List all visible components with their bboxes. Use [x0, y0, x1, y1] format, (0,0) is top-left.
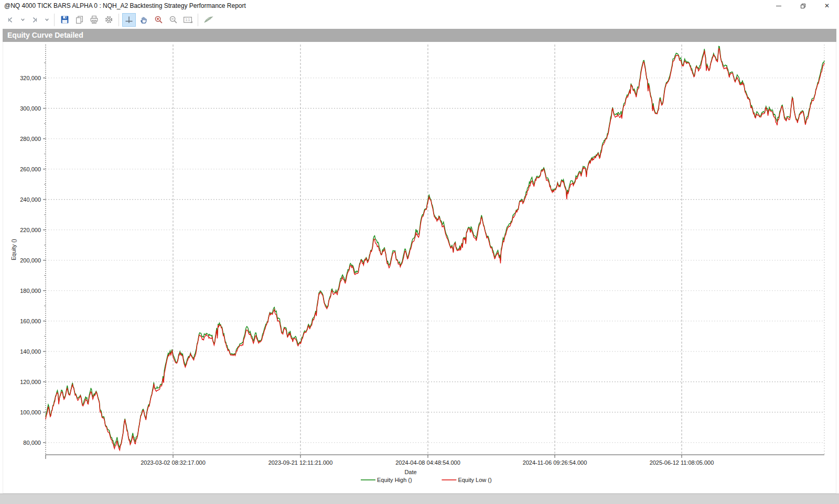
- svg-text:2025-06-12 11:08:05.000: 2025-06-12 11:08:05.000: [650, 459, 714, 466]
- svg-text:2024-11-06 09:26:54.000: 2024-11-06 09:26:54.000: [523, 459, 587, 466]
- minimize-icon: [776, 6, 781, 6]
- chevron-down-icon: [45, 17, 49, 22]
- svg-text:120,000: 120,000: [20, 379, 41, 385]
- svg-text:2023-09-21 12:11:21.000: 2023-09-21 12:11:21.000: [268, 459, 333, 466]
- nav-back-button[interactable]: [4, 13, 17, 27]
- svg-text:300,000: 300,000: [20, 105, 41, 112]
- crosshair-tool-button[interactable]: [122, 13, 136, 27]
- grid: [46, 45, 824, 455]
- arrow-left-icon: [7, 16, 14, 24]
- feather-icon: [203, 15, 213, 24]
- x-axis-title: Date: [404, 469, 416, 475]
- minimize-button[interactable]: [767, 0, 791, 12]
- save-icon: [60, 15, 69, 24]
- svg-text:Equity High (): Equity High (): [377, 477, 412, 483]
- zoom-one-to-one-button[interactable]: 1:1: [181, 13, 195, 27]
- settings-button[interactable]: [102, 13, 115, 27]
- y-axis-title: Equity (): [10, 239, 17, 260]
- nav-forward-dropdown[interactable]: [42, 13, 51, 27]
- svg-text:280,000: 280,000: [20, 136, 41, 142]
- window-title: @NQ 4000 TICK BARS ALPHA 0 : NQH_A2 Back…: [0, 2, 246, 9]
- save-button[interactable]: [58, 13, 71, 27]
- svg-text:100,000: 100,000: [20, 409, 41, 415]
- toolbar-separator: [54, 14, 55, 26]
- svg-text:2024-04-08 04:48:54.000: 2024-04-08 04:48:54.000: [395, 459, 460, 466]
- toolbar-separator: [119, 14, 119, 26]
- equity-high-series: [46, 46, 824, 447]
- equity-low-series: [46, 49, 824, 451]
- close-button[interactable]: ✕: [815, 0, 839, 12]
- arrow-right-icon: [31, 16, 38, 24]
- svg-text:140,000: 140,000: [20, 348, 41, 355]
- svg-text:200,000: 200,000: [20, 257, 41, 264]
- toolbar: 1:1: [0, 12, 839, 28]
- panel-header: Equity Curve Detailed: [3, 29, 836, 42]
- svg-text:260,000: 260,000: [20, 166, 41, 172]
- svg-text:180,000: 180,000: [20, 288, 41, 294]
- title-bar: @NQ 4000 TICK BARS ALPHA 0 : NQH_A2 Back…: [0, 0, 839, 12]
- svg-text:240,000: 240,000: [20, 196, 41, 203]
- chart-legend: Equity High ()Equity Low (): [361, 477, 492, 483]
- equity-curve-chart[interactable]: 80,000100,000120,000140,000160,000180,00…: [3, 42, 836, 492]
- zoom-in-button[interactable]: [152, 13, 165, 27]
- chart-panel: 80,000100,000120,000140,000160,000180,00…: [3, 42, 836, 494]
- y-axis: 80,000100,000120,000140,000160,000180,00…: [10, 63, 46, 446]
- svg-text:1:1: 1:1: [185, 18, 190, 21]
- restore-icon: [801, 4, 805, 8]
- hand-icon: [139, 16, 148, 24]
- svg-text:2023-03-02 08:32:17.000: 2023-03-02 08:32:17.000: [141, 459, 206, 466]
- nav-back-dropdown[interactable]: [18, 13, 27, 27]
- app-window: @NQ 4000 TICK BARS ALPHA 0 : NQH_A2 Back…: [0, 0, 839, 504]
- toolbar-separator: [198, 14, 198, 26]
- x-axis: 2023-03-02 08:32:17.0002023-09-21 12:11:…: [46, 455, 714, 475]
- zoom-out-icon: [169, 15, 178, 24]
- copy-button[interactable]: [72, 13, 86, 27]
- window-bottom-edge: [0, 494, 839, 504]
- svg-text:320,000: 320,000: [20, 75, 41, 81]
- nav-forward-button[interactable]: [28, 13, 41, 27]
- printer-icon: [90, 15, 99, 24]
- copy-pages-icon: [75, 15, 84, 24]
- zoom-in-icon: [154, 15, 163, 24]
- chevron-down-icon: [20, 17, 25, 22]
- gear-icon: [104, 15, 113, 24]
- svg-text:220,000: 220,000: [20, 227, 41, 233]
- pan-tool-button[interactable]: [137, 13, 150, 27]
- feather-button[interactable]: [201, 13, 215, 27]
- print-button[interactable]: [87, 13, 101, 27]
- svg-text:160,000: 160,000: [20, 318, 41, 324]
- svg-text:80,000: 80,000: [23, 440, 41, 446]
- one-to-one-icon: 1:1: [183, 15, 193, 24]
- crosshair-axes-icon: [125, 16, 133, 24]
- restore-button[interactable]: [791, 0, 815, 12]
- axes: [46, 45, 824, 455]
- svg-text:Equity Low (): Equity Low (): [458, 477, 491, 483]
- window-controls: ✕: [767, 0, 839, 12]
- zoom-out-button[interactable]: [166, 13, 180, 27]
- close-icon: ✕: [824, 3, 830, 9]
